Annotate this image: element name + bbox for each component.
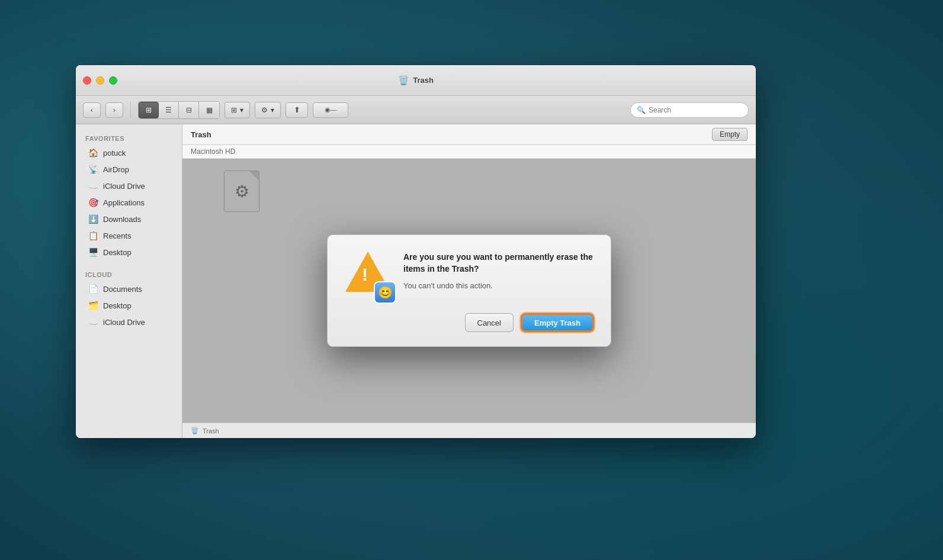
location-bar: Trash Empty [182, 124, 756, 145]
content-area: ⚙ 😊 Are you sure you want to permanently [182, 159, 756, 423]
sidebar-item-icloud-drive[interactable]: ☁️ iCloud Drive [78, 178, 179, 194]
dialog-subtitle: You can't undo this action. [403, 281, 594, 291]
dialog-buttons: Cancel Empty Trash [344, 313, 594, 332]
sidebar-item-label-icloud2: iCloud Drive [103, 318, 145, 327]
status-label: Trash [203, 427, 219, 435]
desktop-icon: 🖥️ [88, 247, 98, 258]
finder-body: FAVORITES 🏠 potuck 📡 AirDrop ☁️ iCloud D… [76, 124, 756, 438]
dialog-text: Are you sure you want to permanently era… [403, 252, 594, 299]
recents-icon: 📋 [88, 230, 98, 241]
finder-face-icon: 😊 [374, 281, 396, 304]
toolbar: ‹ › ⊞ ☰ ⊟ ▦ ⊞ ▾ ⚙ ▾ ⬆ ◉— 🔍 [76, 96, 756, 124]
search-input[interactable] [649, 106, 742, 114]
sidebar-item-label-icloud: iCloud Drive [103, 182, 145, 191]
column-view-button[interactable]: ⊟ [179, 102, 199, 118]
sidebar-item-downloads[interactable]: ⬇️ Downloads [78, 211, 179, 227]
confirm-dialog: 😊 Are you sure you want to permanently e… [327, 234, 611, 347]
back-button[interactable]: ‹ [83, 102, 101, 118]
cancel-button[interactable]: Cancel [465, 313, 514, 332]
dialog-content: 😊 Are you sure you want to permanently e… [344, 252, 594, 299]
icon-view-button[interactable]: ⊞ [139, 102, 159, 118]
window-title: 🗑️ Trash [398, 75, 434, 86]
title-trash-icon: 🗑️ [398, 75, 409, 86]
sidebar-item-label-applications: Applications [103, 198, 145, 207]
sidebar-item-icloud2[interactable]: ☁️ iCloud Drive [78, 314, 179, 330]
icloud-icon: ☁️ [88, 181, 98, 191]
sidebar-item-label-downloads: Downloads [103, 215, 141, 224]
sidebar-item-label-documents: Documents [103, 285, 142, 294]
sidebar-item-airdrop[interactable]: 📡 AirDrop [78, 161, 179, 178]
minimize-button[interactable] [96, 76, 104, 85]
status-bar: 🗑️ Trash [182, 423, 756, 438]
sidebar-item-documents[interactable]: 📄 Documents [78, 281, 179, 297]
finder-window: 🗑️ Trash ‹ › ⊞ ☰ ⊟ ▦ ⊞ ▾ ⚙ ▾ ⬆ ◉— 🔍 [76, 65, 756, 438]
window-controls [83, 76, 117, 85]
cover-flow-button[interactable]: ▦ [199, 102, 219, 118]
sidebar-item-desktop-cloud[interactable]: 🗂️ Desktop [78, 297, 179, 314]
empty-button[interactable]: Empty [712, 128, 748, 141]
sidebar: FAVORITES 🏠 potuck 📡 AirDrop ☁️ iCloud D… [76, 124, 182, 438]
icloud-section-label: iCloud [76, 268, 182, 281]
search-icon: 🔍 [637, 106, 646, 114]
applications-icon: 🎯 [88, 197, 98, 208]
toolbar-separator-1 [130, 102, 131, 118]
home-icon: 🏠 [88, 147, 98, 158]
list-view-button[interactable]: ☰ [159, 102, 179, 118]
sidebar-item-label-airdrop: AirDrop [103, 165, 129, 174]
title-bar: 🗑️ Trash [76, 65, 756, 96]
sidebar-item-label-desktop: Desktop [103, 248, 131, 257]
action-dropdown[interactable]: ⚙ ▾ [255, 102, 281, 118]
forward-button[interactable]: › [105, 102, 123, 118]
title-label: Trash [413, 76, 434, 85]
arrange-chevron: ▾ [240, 106, 243, 114]
action-chevron: ▾ [271, 106, 274, 114]
maximize-button[interactable] [109, 76, 117, 85]
sidebar-item-label-recents: Recents [103, 231, 131, 240]
favorites-section-label: FAVORITES [76, 131, 182, 144]
sidebar-item-label-potuck: potuck [103, 149, 126, 157]
sidebar-item-recents[interactable]: 📋 Recents [78, 227, 179, 244]
close-button[interactable] [83, 76, 91, 85]
view-mode-group: ⊞ ☰ ⊟ ▦ [138, 101, 220, 119]
arrange-icon: ⊞ [231, 106, 237, 114]
sidebar-item-label-desktop-cloud: Desktop [103, 301, 131, 310]
location-title: Trash [191, 130, 211, 139]
sidebar-item-applications[interactable]: 🎯 Applications [78, 194, 179, 211]
arrange-dropdown[interactable]: ⊞ ▾ [224, 102, 250, 118]
icloud2-icon: ☁️ [88, 317, 98, 327]
share-button[interactable]: ⬆ [286, 102, 308, 118]
gear-icon: ⚙ [261, 106, 268, 114]
documents-icon: 📄 [88, 284, 98, 294]
tag-button[interactable]: ◉— [313, 102, 348, 118]
dialog-icon: 😊 [344, 252, 392, 299]
dialog-title: Are you sure you want to permanently era… [403, 252, 594, 275]
modal-overlay: 😊 Are you sure you want to permanently e… [182, 159, 756, 423]
main-content: Trash Empty Macintosh HD ⚙ [182, 124, 756, 438]
status-trash-icon: 🗑️ [191, 427, 199, 435]
sidebar-item-potuck[interactable]: 🏠 potuck [78, 144, 179, 161]
search-bar[interactable]: 🔍 [630, 102, 749, 118]
desktop-cloud-icon: 🗂️ [88, 300, 98, 311]
path-bar: Macintosh HD [182, 145, 756, 159]
downloads-icon: ⬇️ [88, 214, 98, 224]
sidebar-item-desktop[interactable]: 🖥️ Desktop [78, 244, 179, 260]
empty-trash-button[interactable]: Empty Trash [521, 313, 594, 332]
airdrop-icon: 📡 [88, 164, 98, 175]
